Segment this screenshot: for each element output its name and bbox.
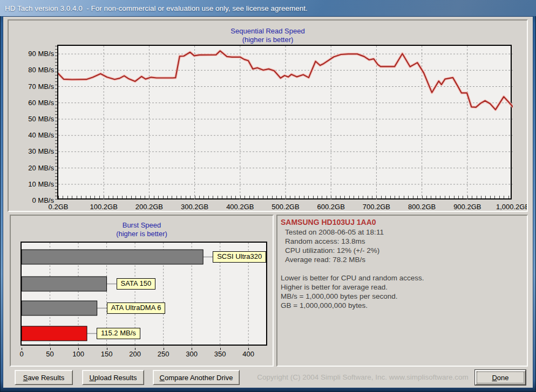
save-results-label: Save Results xyxy=(23,374,65,382)
x-axis-tick-label: 1,000.2GB xyxy=(496,203,528,211)
burst-tick-label: 200 xyxy=(129,350,141,358)
x-axis-tick-label: 600.2GB xyxy=(317,203,345,211)
hd-tach-window: HD Tach version 3.0.4.0 - For non-commer… xyxy=(0,0,536,392)
x-axis-tick-label: 700.2GB xyxy=(363,203,390,211)
y-axis-tick-label: 70 MB/s xyxy=(15,82,54,91)
drive-info-panel: SAMSUNG HD103UJ 1AA0 Tested on 2008-06-0… xyxy=(276,215,528,367)
save-results-button[interactable]: Save Results xyxy=(15,370,73,385)
burst-speed-title: Burst Speed xyxy=(11,221,273,229)
burst-bar xyxy=(22,326,87,341)
burst-tick-label: 100 xyxy=(72,350,84,358)
burst-tick-label: 400 xyxy=(242,350,254,358)
sequential-read-plot xyxy=(57,45,512,200)
sequential-read-panel: Sequential Read Speed (higher is better)… xyxy=(8,19,528,212)
y-axis-tick-label: 10 MB/s xyxy=(15,180,54,188)
burst-tick-label: 250 xyxy=(158,350,169,358)
note-gb-definition: GB = 1,000,000,000 bytes. xyxy=(281,301,524,310)
x-axis-tick-label: 500.2GB xyxy=(272,203,299,211)
copyright-text: Copyright (C) 2004 Simpli Software, Inc.… xyxy=(257,373,469,381)
bar-value-label: SCSI Ultra320 xyxy=(213,251,266,263)
x-axis-tick-label: 300.2GB xyxy=(181,203,208,211)
y-axis-tick-label: 50 MB/s xyxy=(15,115,54,123)
sequential-read-title: Sequential Read Speed xyxy=(9,27,527,35)
title-bar[interactable]: HD Tach version 3.0.4.0 - For non-commer… xyxy=(0,0,536,16)
sequential-read-subtitle: (higher is better) xyxy=(9,36,527,44)
average-read-line: Average read: 78.2 MB/s xyxy=(285,255,524,264)
cpu-utilization-line: CPU utilization: 12% (+/- 2%) xyxy=(285,246,524,255)
x-axis-tick-label: 800.2GB xyxy=(408,203,436,211)
x-axis-tick-label: 200.2GB xyxy=(135,203,163,211)
done-button[interactable]: Done xyxy=(475,370,526,385)
burst-bar xyxy=(22,301,97,315)
y-axis-tick-label: 30 MB/s xyxy=(15,147,54,155)
window-title: HD Tach version 3.0.4.0 - For non-commer… xyxy=(5,0,308,16)
burst-tick-label: 350 xyxy=(214,350,226,358)
drive-name: SAMSUNG HD103UJ 1AA0 xyxy=(281,218,524,226)
burst-tick-label: 0 xyxy=(19,350,23,358)
note-mbs-definition: MB/s = 1,000,000 bytes per second. xyxy=(281,292,524,301)
sequential-read-chart xyxy=(58,46,513,201)
burst-speed-subtitle: (higher is better) xyxy=(11,230,273,238)
y-axis-tick-label: 40 MB/s xyxy=(15,131,54,139)
x-axis-tick-label: 400.2GB xyxy=(226,203,254,211)
note-lower-better: Lower is better for CPU and random acces… xyxy=(281,273,524,283)
bar-value-label: ATA UltraDMA 6 xyxy=(107,302,166,314)
burst-tick-label: 150 xyxy=(101,350,113,358)
y-axis-tick-label: 60 MB/s xyxy=(15,99,54,107)
bar-value-label: SATA 150 xyxy=(117,278,156,290)
burst-bar xyxy=(22,250,203,264)
y-axis-tick-label: 80 MB/s xyxy=(15,66,54,74)
burst-speed-plot: SCSI Ultra320SATA 150ATA UltraDMA 6115.2… xyxy=(21,242,267,346)
tested-on-line: Tested on 2008-06-05 at 18:11 xyxy=(285,228,524,237)
x-axis-tick-label: 0.2GB xyxy=(49,203,69,211)
x-axis-tick-label: 900.2GB xyxy=(453,203,481,211)
burst-axis-ticks xyxy=(22,348,269,350)
done-label: Done xyxy=(492,374,508,382)
y-axis-tick-label: 20 MB/s xyxy=(15,164,54,172)
x-axis-tick-label: 100.2GB xyxy=(90,203,118,211)
burst-tick-label: 300 xyxy=(186,350,198,358)
upload-results-button[interactable]: Upload Results xyxy=(82,370,144,385)
burst-bar xyxy=(22,277,107,291)
random-access-line: Random access: 13.8ms xyxy=(285,237,524,246)
compare-another-drive-button[interactable]: Compare Another Drive xyxy=(153,370,240,385)
upload-results-label: Upload Results xyxy=(89,374,137,382)
note-higher-better: Higher is better for average read. xyxy=(281,283,524,292)
burst-tick-label: 50 xyxy=(46,350,53,358)
compare-another-drive-label: Compare Another Drive xyxy=(160,374,233,382)
burst-speed-panel: Burst Speed (higher is better) SCSI Ultr… xyxy=(10,215,274,367)
bar-value-label: 115.2 MB/s xyxy=(97,328,140,339)
x-axis-minor-ticks xyxy=(58,196,511,198)
y-axis-tick-label: 90 MB/s xyxy=(15,50,54,58)
